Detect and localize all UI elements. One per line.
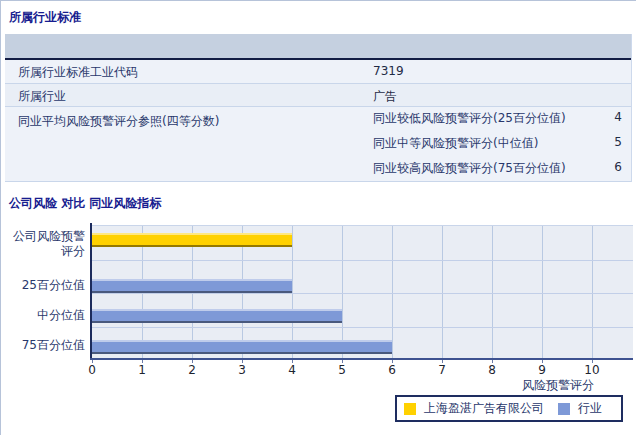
plot-area xyxy=(92,225,633,360)
legend-label: 上海盈湛广告有限公司 xyxy=(424,400,544,417)
table-row-industry: 所属行业 广告 xyxy=(5,84,631,107)
x-tick-label: 4 xyxy=(277,363,307,377)
peer-reference-subrows: 同业较低风险预警评分(25百分位值) 4 同业中等风险预警评分(中位值) 5 同… xyxy=(373,110,622,185)
y-axis-label-25百分位值: 25百分位值 xyxy=(1,278,85,293)
peer-low-value: 4 xyxy=(614,110,622,124)
table-row-peer-reference: 同业平均风险预警评分参照(四等分数) 同业较低风险预警评分(25百分位值) 4 … xyxy=(5,107,631,182)
x-tick-label: 3 xyxy=(227,363,257,377)
gridline-horizontal xyxy=(92,260,633,261)
x-tick-mark xyxy=(392,360,393,363)
x-tick-mark xyxy=(242,360,243,363)
legend-label: 行业 xyxy=(578,400,602,417)
legend-swatch-icon xyxy=(404,403,416,415)
section-title-industry-standard: 所属行业标准 xyxy=(9,9,81,26)
peer-low-label: 同业较低风险预警评分(25百分位值) xyxy=(373,110,566,127)
x-tick-label: 0 xyxy=(77,363,107,377)
x-tick-label: 6 xyxy=(377,363,407,377)
x-tick-label: 9 xyxy=(527,363,557,377)
report-page: 所属行业标准 所属行业标准工业代码 7319 所属行业 广告 同业平均风险预警评… xyxy=(0,0,636,435)
x-tick-mark xyxy=(292,360,293,363)
table-header-band xyxy=(5,34,631,58)
legend-swatch-icon xyxy=(558,403,570,415)
industry-code-value: 7319 xyxy=(373,64,404,78)
gridline-horizontal xyxy=(92,293,633,294)
x-tick-mark xyxy=(342,360,343,363)
x-tick-label: 7 xyxy=(427,363,457,377)
legend-item: 行业 xyxy=(558,400,602,417)
x-tick-mark xyxy=(192,360,193,363)
x-tick-mark xyxy=(442,360,443,363)
chart-legend: 上海盈湛广告有限公司行业 xyxy=(395,395,623,422)
x-tick-label: 8 xyxy=(477,363,507,377)
peer-high-label: 同业较高风险预警评分(75百分位值) xyxy=(373,160,566,177)
x-axis-label: 风险预警评分 xyxy=(444,377,594,394)
industry-label: 所属行业 xyxy=(18,88,66,105)
bar-中分位值 xyxy=(92,309,342,323)
table-row-industry-code: 所属行业标准工业代码 7319 xyxy=(5,60,631,84)
y-axis-label-公司风险预警评分: 公司风险预警评分 xyxy=(1,229,85,259)
x-tick-label: 10 xyxy=(577,363,607,377)
peer-subrow-median: 同业中等风险预警评分(中位值) 5 xyxy=(373,135,622,160)
peer-median-value: 5 xyxy=(614,135,622,149)
x-tick-mark xyxy=(92,360,93,363)
peer-subrow-low: 同业较低风险预警评分(25百分位值) 4 xyxy=(373,110,622,135)
peer-subrow-high: 同业较高风险预警评分(75百分位值) 6 xyxy=(373,160,622,185)
y-axis-label-中分位值: 中分位值 xyxy=(1,308,85,323)
chart-x-axis-line xyxy=(90,358,633,360)
x-tick-label: 1 xyxy=(127,363,157,377)
industry-code-label: 所属行业标准工业代码 xyxy=(18,64,138,81)
bar-75百分位值 xyxy=(92,340,392,354)
industry-standard-table: 所属行业标准工业代码 7319 所属行业 广告 同业平均风险预警评分参照(四等分… xyxy=(5,34,632,182)
industry-value: 广告 xyxy=(373,88,397,105)
x-tick-label: 5 xyxy=(327,363,357,377)
x-tick-label: 2 xyxy=(177,363,207,377)
peer-high-value: 6 xyxy=(614,160,622,174)
x-tick-mark xyxy=(592,360,593,363)
legend-item: 上海盈湛广告有限公司 xyxy=(404,400,544,417)
bar-25百分位值 xyxy=(92,279,292,293)
section-title-risk-comparison: 公司风险 对比 同业风险指标 xyxy=(9,195,161,212)
x-tick-mark xyxy=(542,360,543,363)
x-tick-mark xyxy=(142,360,143,363)
bar-公司风险预警评分 xyxy=(92,233,292,247)
y-axis-label-75百分位值: 75百分位值 xyxy=(1,338,85,353)
peer-reference-label: 同业平均风险预警评分参照(四等分数) xyxy=(18,113,219,130)
x-tick-mark xyxy=(492,360,493,363)
gridline-horizontal xyxy=(92,327,633,328)
peer-median-label: 同业中等风险预警评分(中位值) xyxy=(373,135,538,152)
